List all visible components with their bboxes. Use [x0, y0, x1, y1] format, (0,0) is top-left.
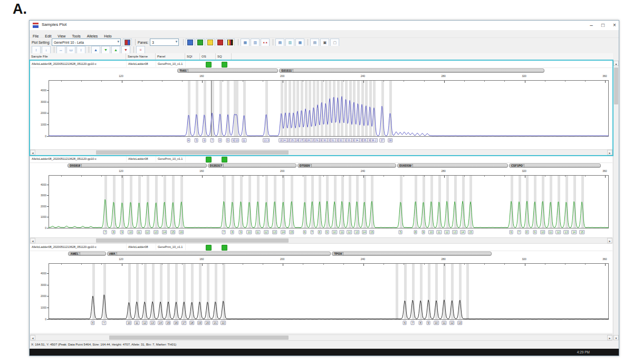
- scroll-up-arrow[interactable]: ▲: [613, 61, 619, 66]
- dye-yellow-button[interactable]: [206, 39, 215, 46]
- dye-green-button[interactable]: [196, 39, 205, 46]
- allele-label[interactable]: 9: [427, 321, 430, 325]
- allele-label[interactable]: 11: [255, 230, 260, 234]
- allele-label[interactable]: 5: [195, 138, 198, 142]
- allele-label[interactable]: 21: [213, 321, 218, 325]
- allele-label[interactable]: 9: [120, 230, 124, 234]
- allele-label[interactable]: 9: [325, 230, 329, 234]
- allele-label[interactable]: 9: [239, 230, 243, 234]
- allele-label[interactable]: 14: [572, 230, 577, 234]
- title-bar[interactable]: Samples Plot –□×: [30, 21, 619, 31]
- allele-label[interactable]: Y: [102, 321, 106, 325]
- allele-label[interactable]: 6: [303, 230, 306, 234]
- horizontal-scroll-thumb[interactable]: [109, 336, 289, 340]
- allele-label[interactable]: 7: [222, 230, 226, 234]
- allele-label[interactable]: 17: [181, 321, 187, 325]
- dye-all-button[interactable]: [226, 39, 235, 46]
- allele-label[interactable]: 8: [419, 321, 423, 325]
- allele-label[interactable]: 7: [210, 138, 214, 142]
- allele-label[interactable]: 16: [174, 321, 179, 325]
- scroll-left-arrow[interactable]: ◄: [30, 335, 35, 340]
- allele-label[interactable]: 7: [103, 230, 107, 234]
- baseline-button[interactable]: =: [136, 46, 145, 54]
- allele-label[interactable]: 15: [166, 321, 171, 325]
- allele-label[interactable]: 18: [189, 321, 195, 325]
- histogram-button[interactable]: ▦: [295, 39, 304, 46]
- allele-label[interactable]: 36.2: [370, 138, 378, 142]
- sample-info-row[interactable]: AllelicLadder08_20200511213628_051120-gp…: [30, 61, 612, 68]
- marker-bar-d21s11[interactable]: D21S11: [279, 69, 544, 73]
- allele-label[interactable]: 13: [452, 230, 457, 234]
- allele-label[interactable]: 13.3: [263, 138, 270, 142]
- dye-blue-button[interactable]: [186, 39, 195, 46]
- marker-bar-d7s820[interactable]: D7S820: [298, 164, 396, 168]
- allele-label[interactable]: 13: [272, 230, 277, 234]
- allele-label[interactable]: 14: [158, 321, 163, 325]
- allele-label[interactable]: 5: [399, 230, 402, 234]
- allele-label[interactable]: 4: [187, 138, 190, 142]
- scroll-right-arrow[interactable]: ►: [607, 238, 612, 243]
- allele-label[interactable]: 10: [429, 230, 434, 234]
- scroll-right-arrow[interactable]: ►: [607, 150, 612, 155]
- allele-label[interactable]: 10: [434, 321, 439, 325]
- allele-label[interactable]: 8: [218, 138, 222, 142]
- marker-bar-d5s818[interactable]: D5S818: [68, 164, 207, 168]
- allele-label[interactable]: 12: [142, 321, 147, 325]
- print-button[interactable]: ▣: [320, 39, 329, 46]
- marker-bar-d16s539[interactable]: D16S539: [397, 164, 508, 168]
- allele-label[interactable]: 38: [388, 138, 393, 142]
- allele-label[interactable]: 19: [197, 321, 203, 325]
- allele-label[interactable]: 7: [411, 321, 415, 325]
- allele-label[interactable]: 13: [154, 230, 159, 234]
- allele-label[interactable]: 11: [340, 230, 344, 234]
- allele-label[interactable]: 10: [128, 230, 133, 234]
- allele-label[interactable]: 14: [460, 230, 465, 234]
- panes-combo[interactable]: 3 ▾: [150, 39, 179, 46]
- allele-label[interactable]: 10: [540, 230, 545, 234]
- allele-label[interactable]: 12: [556, 230, 561, 234]
- marker-bar-th01[interactable]: TH01: [177, 69, 278, 73]
- vertical-scroll-thumb[interactable]: [614, 68, 618, 104]
- allele-label[interactable]: 10: [127, 321, 132, 325]
- allele-label[interactable]: 11: [242, 138, 246, 142]
- allele-label[interactable]: 37: [379, 138, 385, 142]
- raise-baseline-button[interactable]: ▲: [111, 46, 120, 54]
- allele-label[interactable]: 13: [457, 321, 463, 325]
- allele-label[interactable]: 14: [362, 230, 367, 234]
- export-image-button[interactable]: ▢: [330, 39, 339, 46]
- allele-label[interactable]: 6: [510, 230, 513, 234]
- zoom-x-in-button[interactable]: ↕: [76, 46, 85, 54]
- allele-label[interactable]: 15: [468, 230, 473, 234]
- pane-horizontal-scrollbar[interactable]: ◄►: [30, 149, 612, 156]
- allele-label[interactable]: 10: [234, 138, 239, 142]
- zoom-x-out-button[interactable]: ↔: [56, 46, 65, 54]
- allele-label[interactable]: 9: [226, 138, 230, 142]
- marker-bar-amel[interactable]: AMEL: [68, 252, 106, 256]
- lower-baseline-button[interactable]: ▼: [121, 46, 130, 54]
- sample-info-row[interactable]: AllelicLadder08_20200511213628_051120-gp…: [30, 244, 612, 251]
- allele-label[interactable]: 9: [533, 230, 536, 234]
- pane-layout-button[interactable]: ▤: [275, 39, 284, 46]
- allele-label[interactable]: 8: [112, 230, 116, 234]
- report-button[interactable]: ▤: [310, 39, 319, 46]
- allele-label[interactable]: 9: [421, 230, 425, 234]
- allele-label[interactable]: 13: [564, 230, 569, 234]
- scroll-down-arrow[interactable]: ▼: [613, 335, 619, 340]
- pane-horizontal-scrollbar[interactable]: ◄►: [30, 237, 612, 244]
- allele-label[interactable]: 12: [444, 230, 449, 234]
- allele-label[interactable]: 6: [203, 138, 206, 142]
- allele-label[interactable]: 15: [369, 230, 375, 234]
- allele-label[interactable]: 14: [281, 230, 286, 234]
- fit-to-window-button[interactable]: ▭: [66, 46, 75, 54]
- allele-label[interactable]: 22: [220, 321, 226, 325]
- allele-label[interactable]: 15: [579, 230, 584, 234]
- overlay-panes-button[interactable]: ▥: [285, 39, 294, 46]
- allele-label[interactable]: 13: [354, 230, 360, 234]
- allele-label[interactable]: 12: [347, 230, 352, 234]
- scroll-right-arrow[interactable]: ►: [607, 335, 612, 340]
- marker-bar-csf1po[interactable]: CSF1PO: [509, 164, 601, 168]
- horizontal-scroll-thumb[interactable]: [96, 238, 289, 243]
- allele-label[interactable]: 11: [548, 230, 553, 234]
- scroll-left-arrow[interactable]: ◄: [30, 150, 35, 155]
- close-button[interactable]: ×: [609, 21, 620, 30]
